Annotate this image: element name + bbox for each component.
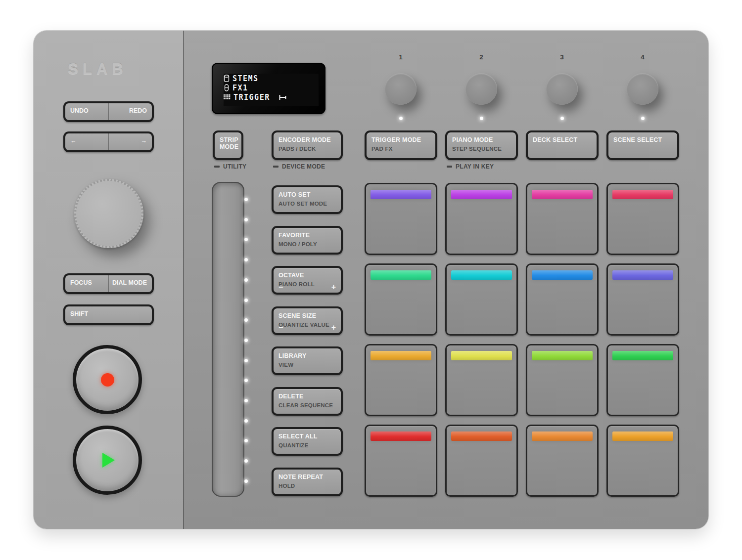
top-button-scene-select[interactable]: SCENE SELECT [606,130,679,160]
pad-color-strip [371,351,431,360]
function-button-favorite[interactable]: FAVORITEMONO / POLY [272,226,343,255]
function-button-select-all-subtitle: QUANTIZE [278,442,337,448]
pad-r2c3[interactable] [526,263,599,336]
function-button-favorite-title: FAVORITE [278,232,337,239]
fader-pill-icon [224,84,230,91]
top-button-deck-select[interactable]: DECK SELECT [526,130,599,160]
focus-dialmode-button-pair: FOCUS DIAL MODE [63,273,154,294]
strip-led-dot [244,299,248,302]
pad-r3c1[interactable] [365,344,437,416]
redo-button[interactable]: REDO [109,103,152,120]
function-button-note-repeat-title: NOTE REPEAT [278,474,337,480]
top-button-strip-mode-title: STRIP MODE [220,136,237,150]
encoder-knob-4[interactable] [627,73,658,105]
top-button-piano-mode-title: PIANO MODE [452,136,512,143]
play-button[interactable] [73,426,142,495]
pad-color-strip [532,270,593,280]
pad-color-strip [612,351,673,360]
dial-mode-button[interactable]: DIAL MODE [109,275,152,292]
top-button-encoder-mode[interactable]: ENCODER MODEPADS / DECK [272,130,343,160]
hold-tie-icon [279,94,287,100]
touch-strip[interactable] [212,182,244,497]
top-button-piano-mode-shift-label: PLAY IN KEY [447,163,494,170]
arrow-right-button[interactable]: → [109,133,152,150]
function-button-favorite-subtitle: MONO / POLY [278,241,337,247]
function-button-octave-title: OCTAVE [278,272,337,279]
function-button-note-repeat[interactable]: NOTE REPEATHOLD [272,468,343,496]
knob-led-dot [480,117,483,120]
top-button-encoder-mode-shift-text: DEVICE MODE [282,163,325,170]
strip-led-dot [244,399,248,402]
undo-button[interactable]: UNDO [65,103,109,120]
main-dial-knob[interactable] [74,179,143,248]
pad-r1c2[interactable] [445,183,518,255]
top-button-scene-select-title: SCENE SELECT [613,136,673,143]
top-button-trigger-mode[interactable]: TRIGGER MODEPAD FX [365,130,437,160]
knob-led-dot [560,117,564,120]
pad-r1c3[interactable] [526,183,599,255]
function-button-select-all[interactable]: SELECT ALLQUANTIZE [272,427,343,456]
function-button-select-all-title: SELECT ALL [278,433,337,440]
pad-r4c2[interactable] [445,425,518,497]
pad-r3c4[interactable] [606,344,679,416]
pad-r3c2[interactable] [445,344,518,416]
top-button-trigger-mode-title: TRIGGER MODE [371,136,431,143]
strip-led-dot [244,218,248,221]
function-button-scene-size-plus: + [331,324,336,332]
oled-display: STEMS FX1 TRIGGER [212,63,325,114]
focus-button[interactable]: FOCUS [65,275,109,292]
pad-color-strip [612,270,673,280]
function-button-library-subtitle: VIEW [278,362,337,368]
pad-r1c4[interactable] [606,183,679,255]
display-text: STEMS [232,74,259,83]
shift-dash [214,166,220,168]
knob-led-dot [399,117,403,120]
pad-r2c4[interactable] [606,263,679,336]
strip-led-dot [244,419,248,423]
encoder-knob-3[interactable] [546,73,578,105]
top-button-deck-select-title: DECK SELECT [533,136,593,143]
pad-color-strip [612,431,673,441]
function-button-octave-minus: − [278,283,283,291]
arrow-left-button[interactable]: ← [65,133,109,150]
pad-r4c4[interactable] [606,425,679,497]
function-button-auto-set[interactable]: AUTO SETAUTO SET MODE [272,185,343,214]
pad-r4c1[interactable] [365,425,437,497]
function-button-octave-subtitle: PIANO ROLL [278,281,337,287]
display-text: FX1 [232,84,248,92]
play-triangle-icon [102,453,115,468]
function-button-delete[interactable]: DELETECLEAR SEQUENCE [272,387,343,416]
record-button[interactable] [73,345,142,414]
display-line-stems: STEMS [224,74,319,83]
knob-number-label: 3 [552,53,572,61]
shift-button[interactable]: SHIFT [63,304,154,325]
record-dot-icon [101,373,114,387]
pad-r1c1[interactable] [365,183,437,255]
encoder-knob-1[interactable] [385,73,417,105]
pad-r2c1[interactable] [365,263,437,336]
function-button-delete-subtitle: CLEAR SEQUENCE [278,402,337,408]
knob-number-label: 4 [633,53,652,61]
strip-led-dot [244,198,248,201]
top-button-piano-mode[interactable]: PIANO MODESTEP SEQUENCE [445,130,518,160]
pad-color-strip [451,431,512,441]
display-text: TRIGGER [233,93,270,102]
pad-color-strip [532,190,593,199]
pad-r3c3[interactable] [526,344,599,416]
strip-led-dot [244,278,248,282]
function-button-scene-size[interactable]: SCENE SIZEQUANTIZE VALUE−+ [272,306,343,335]
function-button-scene-size-subtitle: QUANTIZE VALUE [278,322,337,328]
encoder-knob-2[interactable] [465,73,497,105]
pad-grid-icon [224,93,231,101]
pad-r2c2[interactable] [445,263,518,336]
function-button-octave[interactable]: OCTAVEPIANO ROLL−+ [272,266,343,295]
function-button-library[interactable]: LIBRARYVIEW [272,346,343,375]
shift-dash [447,166,452,168]
pad-r4c3[interactable] [526,425,599,497]
pad-color-strip [371,270,431,280]
knob-number-label: 2 [471,53,491,61]
pad-color-strip [451,351,512,360]
function-button-library-title: LIBRARY [278,352,337,359]
top-button-encoder-mode-subtitle: PADS / DECK [278,146,337,152]
top-button-strip-mode[interactable]: STRIP MODE [213,130,243,160]
